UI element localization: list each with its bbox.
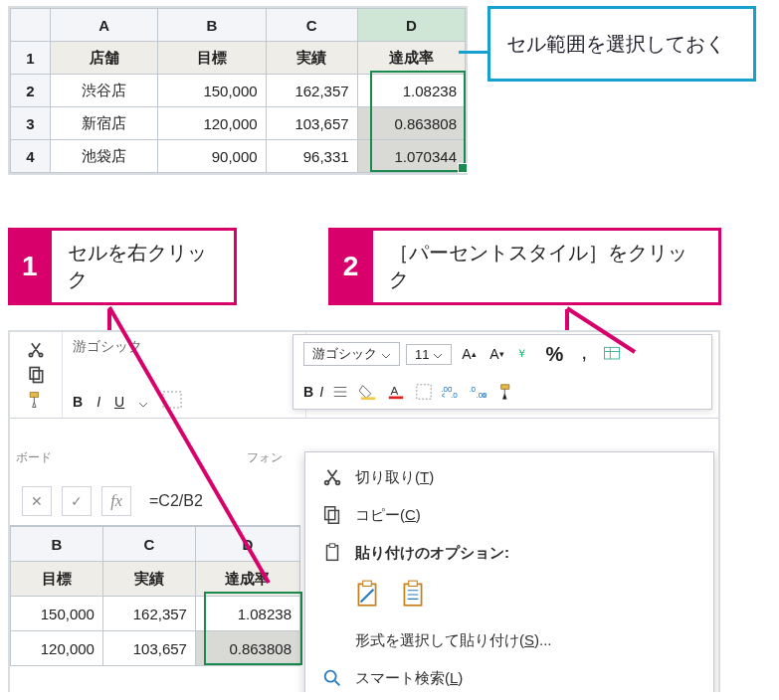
mini-size-dropdown[interactable]: 11 xyxy=(406,344,452,365)
ctx-paste-special-label: 形式を選択して貼り付け(S)... xyxy=(355,631,552,650)
percent-style-button[interactable]: % xyxy=(541,343,567,366)
mini-font-dropdown[interactable]: 游ゴシック xyxy=(303,342,400,366)
step-1-box: 1 セルを右クリック xyxy=(8,228,237,305)
border-button[interactable] xyxy=(162,391,182,412)
mini-bold-button[interactable]: B xyxy=(303,384,313,400)
header-rate[interactable]: 達成率 xyxy=(195,562,299,597)
clipboard-group-label: ボード xyxy=(10,449,52,466)
header-actual[interactable]: 実績 xyxy=(102,562,195,597)
row-head[interactable]: 1 xyxy=(11,42,51,75)
ctx-paste-special[interactable]: 形式を選択して貼り付け(S)... xyxy=(305,621,713,659)
cell-store[interactable]: 池袋店 xyxy=(51,140,158,173)
cell-target[interactable]: 150,000 xyxy=(158,75,266,107)
enter-formula-icon[interactable]: ✓ xyxy=(62,486,92,516)
header-rate[interactable]: 達成率 xyxy=(357,42,465,75)
row-head[interactable]: 3 xyxy=(11,107,51,140)
font-color-icon[interactable]: A xyxy=(385,381,407,403)
italic-button[interactable]: I xyxy=(97,394,100,410)
cell-actual[interactable]: 162,357 xyxy=(102,597,195,631)
cell-rate[interactable]: 1.070344 xyxy=(357,140,465,173)
cell-target[interactable]: 150,000 xyxy=(11,597,103,631)
cell-store[interactable]: 新宿店 xyxy=(51,107,158,140)
mini-italic-button[interactable]: I xyxy=(319,384,323,400)
header-target[interactable]: 目標 xyxy=(158,42,266,75)
col-head-D[interactable]: D xyxy=(357,9,465,42)
col-head-C[interactable]: C xyxy=(266,9,357,42)
scissors-icon xyxy=(321,466,343,488)
fx-icon[interactable]: fx xyxy=(101,486,131,516)
ctx-smart-lookup-label: スマート検索(L) xyxy=(355,669,463,688)
row-head[interactable]: 4 xyxy=(11,140,51,173)
cell-actual[interactable]: 103,657 xyxy=(102,631,195,666)
cell-actual[interactable]: 162,357 xyxy=(266,75,357,107)
decrease-font-icon[interactable]: A▾ xyxy=(486,343,507,365)
svg-text:.0: .0 xyxy=(451,391,458,400)
cell-store[interactable]: 渋谷店 xyxy=(51,75,158,107)
search-icon xyxy=(321,667,343,689)
accounting-format-icon[interactable]: ￥ xyxy=(513,343,535,365)
secondary-grid[interactable]: BCD 目標実績達成率 150,000162,3571.08238 120,00… xyxy=(10,525,300,666)
cell-actual[interactable]: 103,657 xyxy=(266,107,357,140)
svg-text:A: A xyxy=(391,384,399,397)
comma-style-button[interactable]: , xyxy=(573,343,595,365)
svg-rect-14 xyxy=(328,510,338,523)
ctx-copy[interactable]: コピー(C) xyxy=(305,496,713,534)
font-name-label[interactable]: 游ゴシック xyxy=(73,338,295,356)
fill-color-icon[interactable] xyxy=(357,381,379,403)
header-actual[interactable]: 実績 xyxy=(266,42,357,75)
ctx-cut[interactable]: 切り取り(T) xyxy=(305,458,713,496)
col-head-A[interactable]: A xyxy=(51,9,158,42)
cell-rate[interactable]: 0.863808 xyxy=(195,631,299,666)
svg-point-21 xyxy=(325,671,336,682)
cell-target[interactable]: 90,000 xyxy=(158,140,266,173)
header-store[interactable]: 店舗 xyxy=(51,42,158,75)
cell-actual[interactable]: 96,331 xyxy=(266,140,357,173)
chevron-down-icon[interactable] xyxy=(138,397,148,407)
excel-window: 游ゴシック B I U ボード フォン 游ゴシック 11 A▴ A▾ ￥ % ,… xyxy=(8,330,720,692)
cell-rate[interactable]: 1.08238 xyxy=(195,597,299,631)
paste-option-default[interactable] xyxy=(351,576,383,612)
callout-select-range: セル範囲を選択しておく xyxy=(487,6,756,82)
fill-handle[interactable] xyxy=(458,163,468,173)
callout-text: セル範囲を選択しておく xyxy=(506,31,725,58)
table-format-icon[interactable] xyxy=(601,343,623,365)
col-head-B[interactable]: B xyxy=(158,9,266,42)
copy-icon xyxy=(321,504,343,526)
svg-rect-2 xyxy=(163,392,181,408)
paste-option-values[interactable] xyxy=(397,576,429,612)
svg-rect-8 xyxy=(417,385,431,399)
cell-target[interactable]: 120,000 xyxy=(158,107,266,140)
cell-rate[interactable]: 0.863808 xyxy=(357,107,465,140)
sheet-table[interactable]: A B C D 1 店舗 目標 実績 達成率 2 渋谷店 150,000 162… xyxy=(10,8,466,173)
step-2-number: 2 xyxy=(328,228,373,305)
mini-border-icon[interactable] xyxy=(413,381,435,403)
step-2-text: ［パーセントスタイル］をクリック xyxy=(373,228,721,305)
formula-input[interactable]: =C2/B2 xyxy=(141,492,203,510)
step-1-text: セルを右クリック xyxy=(52,228,237,305)
increase-decimal-icon[interactable]: .0.00 xyxy=(469,381,490,403)
corner-cell[interactable] xyxy=(11,9,51,42)
cut-icon[interactable] xyxy=(25,339,47,361)
mini-align-icon[interactable] xyxy=(329,381,351,403)
decrease-decimal-icon[interactable]: .00.0 xyxy=(441,381,463,403)
mini-format-painter-icon[interactable] xyxy=(496,381,518,403)
cancel-formula-icon[interactable]: ✕ xyxy=(22,486,52,516)
step-1-number: 1 xyxy=(8,228,52,305)
row-head[interactable]: 2 xyxy=(11,75,51,107)
ctx-smart-lookup[interactable]: スマート検索(L) xyxy=(305,659,713,692)
col-head-C[interactable]: C xyxy=(102,527,195,562)
svg-rect-4 xyxy=(605,347,620,359)
bold-button[interactable]: B xyxy=(73,394,83,410)
underline-button[interactable]: U xyxy=(114,394,124,410)
svg-rect-20 xyxy=(409,581,418,586)
blank-icon xyxy=(321,629,343,651)
format-painter-icon[interactable] xyxy=(25,389,47,411)
svg-rect-16 xyxy=(329,544,335,548)
cell-target[interactable]: 120,000 xyxy=(11,631,103,666)
col-head-D[interactable]: D xyxy=(195,527,299,562)
cell-rate[interactable]: 1.08238 xyxy=(357,75,465,107)
header-target[interactable]: 目標 xyxy=(11,562,103,597)
copy-icon[interactable] xyxy=(25,364,47,386)
col-head-B[interactable]: B xyxy=(11,527,103,562)
increase-font-icon[interactable]: A▴ xyxy=(458,343,480,365)
